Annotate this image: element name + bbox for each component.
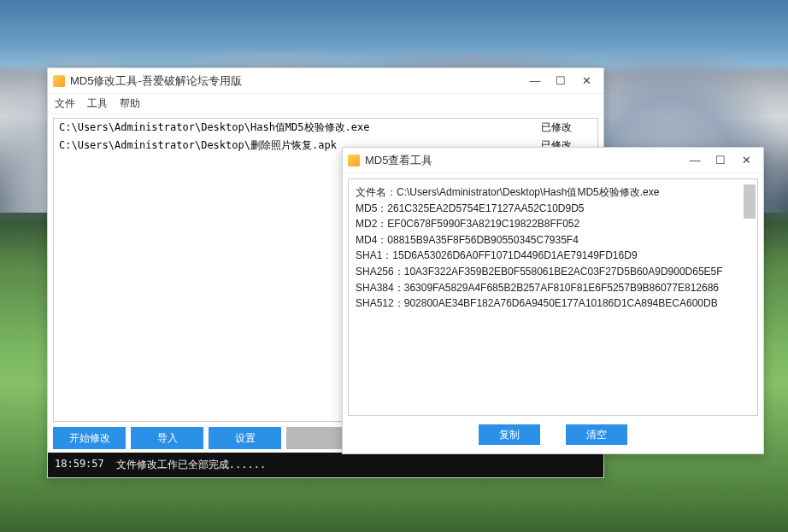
settings-button[interactable]: 设置 — [209, 427, 281, 449]
close-button[interactable]: ✕ — [734, 151, 758, 170]
filename-label: 文件名： — [356, 184, 397, 201]
app-icon — [53, 75, 65, 87]
hash-line: SHA384：36309FA5829A4F685B2B257AF810F81E6… — [356, 280, 750, 296]
status-message: 文件修改工作已全部完成...... — [116, 458, 266, 472]
hash-line: MD4：08815B9A35F8F56DB90550345C7935F4 — [356, 232, 750, 248]
menu-help[interactable]: 帮助 — [120, 96, 140, 111]
hash-value: 08815B9A35F8F56DB90550345C7935F4 — [387, 232, 579, 248]
hash-value: 36309FA5829A4F685B2B257AF810F81E6F5257B9… — [404, 280, 719, 296]
hash-algo: SHA384 — [356, 280, 394, 296]
close-button[interactable]: ✕ — [574, 72, 598, 91]
hash-algo: SHA256 — [356, 264, 394, 280]
hash-line: SHA512：902800AE34BF182A76D6A9450E177A101… — [356, 295, 750, 312]
window-title: MD5查看工具 — [365, 153, 683, 168]
md5-viewer-window: MD5查看工具 — ☐ ✕ 文件名： C:\Users\Administrato… — [342, 147, 764, 454]
hash-algo: SHA512 — [356, 295, 394, 312]
hash-line: SHA1：15D6A53026D6A0FF1071D4496D1AE79149F… — [356, 248, 750, 264]
hash-value: EF0C678F5990F3A8219C19822B8FF052 — [387, 216, 579, 232]
menu-file[interactable]: 文件 — [55, 96, 75, 111]
maximize-button[interactable]: ☐ — [549, 72, 573, 91]
hash-output[interactable]: 文件名： C:\Users\Administrator\Desktop\Hash… — [348, 178, 758, 416]
hash-line: MD2：EF0C678F5990F3A8219C19822B8FF052 — [356, 216, 750, 232]
list-item[interactable]: C:\Users\Administrator\Desktop\Hash值MD5校… — [54, 119, 597, 137]
hash-algo: MD4 — [356, 232, 377, 248]
menubar: 文件 工具 帮助 — [48, 94, 603, 114]
status-bar: 18:59:57 文件修改工作已全部完成...... — [48, 453, 603, 477]
hash-value: 15D6A53026D6A0FF1071D4496D1AE79149FD16D9 — [392, 248, 637, 264]
action-bar: 复制 清空 — [343, 421, 763, 453]
scrollbar-thumb[interactable] — [744, 184, 756, 219]
window-title: MD5修改工具-吾爱破解论坛专用版 — [70, 73, 523, 89]
hash-value: 261C325EA2D5754E17127AA52C10D9D5 — [387, 201, 584, 217]
titlebar[interactable]: MD5修改工具-吾爱破解论坛专用版 — ☐ ✕ — [48, 68, 603, 94]
hash-value: 902800AE34BF182A76D6A9450E177A10186D1CA8… — [404, 295, 718, 312]
hash-algo: SHA1 — [356, 248, 382, 264]
app-icon — [348, 155, 360, 167]
file-path: C:\Users\Administrator\Desktop\Hash值MD5校… — [59, 120, 541, 135]
import-button[interactable]: 导入 — [131, 427, 203, 449]
titlebar[interactable]: MD5查看工具 — ☐ ✕ — [343, 148, 763, 173]
hash-value: 10A3F322AF359B2EB0F558061BE2AC03F27D5B60… — [404, 264, 723, 280]
hash-line: SHA256：10A3F322AF359B2EB0F558061BE2AC03F… — [356, 264, 750, 280]
maximize-button[interactable]: ☐ — [709, 151, 732, 170]
hash-algo: MD2 — [356, 216, 377, 232]
minimize-button[interactable]: — — [683, 151, 707, 170]
hash-algo: MD5 — [356, 201, 377, 217]
minimize-button[interactable]: — — [523, 72, 547, 91]
menu-tools[interactable]: 工具 — [87, 96, 108, 111]
filename-line: 文件名： C:\Users\Administrator\Desktop\Hash… — [356, 184, 750, 201]
clear-button[interactable]: 清空 — [566, 424, 627, 445]
filename-value: C:\Users\Administrator\Desktop\Hash值MD5校… — [397, 184, 659, 201]
hash-line: MD5：261C325EA2D5754E17127AA52C10D9D5 — [356, 201, 750, 217]
start-modify-button[interactable]: 开始修改 — [53, 427, 126, 449]
status-time: 18:59:57 — [55, 458, 104, 472]
copy-button[interactable]: 复制 — [479, 424, 540, 445]
file-status: 已修改 — [541, 120, 592, 135]
